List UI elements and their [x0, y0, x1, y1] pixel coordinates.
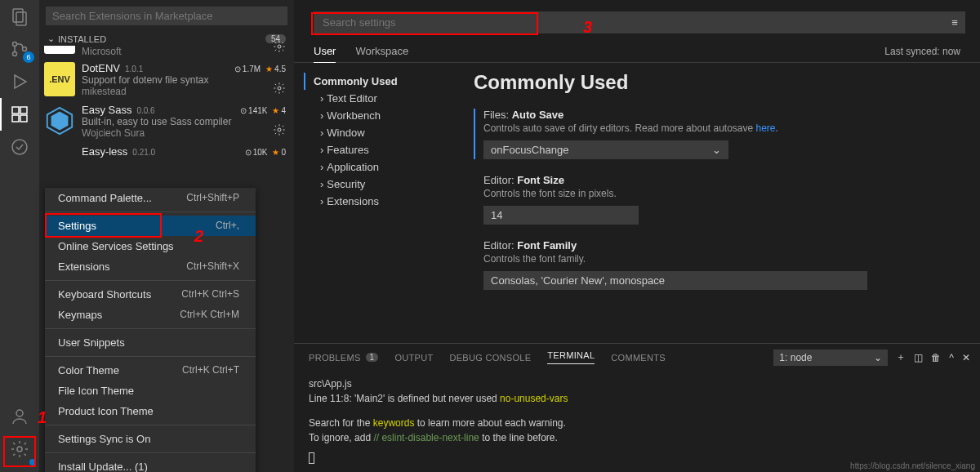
menu-item[interactable]: Keyboard ShortcutsCtrl+K Ctrl+S: [45, 284, 256, 305]
bottom-panel: PROBLEMS1 OUTPUT DEBUG CONSOLE TERMINAL …: [294, 343, 980, 472]
fontsize-input[interactable]: [483, 206, 639, 225]
settings-tree-item[interactable]: Security: [314, 176, 449, 193]
menu-item-shortcut: Ctrl+K Ctrl+T: [182, 364, 239, 376]
activity-bar: 6: [0, 0, 39, 472]
tab-workspace[interactable]: Workspace: [355, 40, 408, 62]
svg-marker-15: [51, 112, 69, 131]
menu-item-label: Settings Sync is On: [58, 433, 150, 445]
menu-item[interactable]: Install Update... (1): [45, 456, 256, 472]
gear-icon[interactable]: [273, 82, 286, 97]
tab-terminal[interactable]: TERMINAL: [547, 350, 595, 364]
scm-badge: 6: [23, 51, 34, 63]
svg-rect-1: [16, 12, 26, 25]
trash-icon[interactable]: 🗑: [931, 352, 941, 363]
svg-point-9: [12, 140, 27, 154]
chevron-up-icon[interactable]: ^: [949, 352, 954, 363]
autosave-select[interactable]: onFocusChange⌄: [483, 140, 728, 159]
gear-icon[interactable]: [273, 40, 286, 56]
settings-heading: Commonly Used: [474, 71, 956, 94]
extension-version: 0.0.6: [136, 106, 154, 115]
menu-item[interactable]: Command Palette...Ctrl+Shift+P: [45, 188, 256, 208]
menu-item-shortcut: Ctrl+,: [216, 220, 239, 232]
tab-problems[interactable]: PROBLEMS1: [309, 353, 378, 363]
settings-filter-icon[interactable]: ≡: [946, 13, 964, 31]
fontfamily-input[interactable]: [483, 271, 867, 290]
settings-tree-item[interactable]: Application: [314, 158, 449, 176]
settings-context-menu: Command Palette...Ctrl+Shift+PSettingsCt…: [45, 188, 256, 472]
term-line: To ignore, add // eslint-disable-next-li…: [309, 430, 965, 445]
extensions-icon[interactable]: [0, 98, 39, 131]
menu-item[interactable]: Online Services Settings: [45, 236, 256, 256]
settings-tree-item[interactable]: Text Editor: [314, 90, 449, 107]
projects-icon[interactable]: [0, 131, 39, 163]
menu-item[interactable]: Color ThemeCtrl+K Ctrl+T: [45, 360, 256, 381]
settings-search-input[interactable]: [314, 11, 965, 33]
extension-icon: [44, 104, 75, 138]
menu-item-shortcut: Ctrl+Shift+X: [186, 260, 239, 273]
menu-item-label: Color Theme: [58, 364, 119, 376]
menu-item-label: Extensions: [58, 260, 110, 273]
explorer-icon[interactable]: [0, 0, 39, 33]
installed-section-header[interactable]: ⌄ INSTALLED 54: [39, 32, 294, 46]
problems-count: 1: [366, 353, 379, 362]
extension-author: Wojciech Sura: [82, 127, 286, 139]
extension-version: 1.0.1: [125, 65, 143, 73]
menu-item-label: Product Icon Theme: [58, 405, 154, 417]
svg-rect-0: [13, 9, 23, 22]
settings-tree-item[interactable]: Workbench: [314, 107, 449, 124]
tab-output[interactable]: OUTPUT: [394, 353, 433, 363]
menu-item[interactable]: Product Icon Theme: [45, 401, 256, 421]
menu-item-label: Install Update... (1): [58, 461, 148, 472]
menu-item-label: Keyboard Shortcuts: [58, 288, 151, 301]
extension-version: 0.21.0: [132, 148, 155, 157]
svg-rect-8: [20, 107, 27, 114]
terminal-output[interactable]: src\App.js Line 11:8: 'Main2' is defined…: [294, 368, 980, 472]
source-control-icon[interactable]: 6: [0, 33, 39, 65]
sync-status: Last synced: now: [884, 46, 960, 57]
settings-gear-icon[interactable]: [0, 433, 39, 465]
extension-name: DotENV: [82, 62, 120, 74]
run-debug-icon[interactable]: [0, 65, 39, 98]
autosave-link[interactable]: here: [756, 122, 776, 134]
setting-label: Editor: Font Size: [483, 174, 956, 186]
chevron-down-icon: ⌄: [874, 352, 882, 363]
menu-item[interactable]: User Snippets: [45, 332, 256, 353]
extension-item[interactable]: .ENV DotENV 1.0.1 ⊙ 1.7M ★ 4.5 Support f…: [39, 59, 294, 100]
extension-item[interactable]: Microsoft: [39, 46, 294, 59]
terminal-select[interactable]: 1: node⌄: [773, 350, 888, 366]
tree-root[interactable]: Commonly Used: [304, 73, 449, 90]
account-icon[interactable]: [0, 400, 39, 433]
menu-item[interactable]: Settings Sync is On: [45, 429, 256, 449]
setting-label: Files: Auto Save: [483, 109, 956, 121]
settings-tree-item[interactable]: Extensions: [314, 193, 449, 210]
extension-icon: [44, 46, 75, 54]
setting-fontsize: Editor: Font Size Controls the font size…: [474, 174, 956, 225]
tab-debug-console[interactable]: DEBUG CONSOLE: [449, 353, 531, 363]
section-label: INSTALLED: [58, 34, 106, 44]
extension-item[interactable]: Easy Sass 0.0.6 ⊙ 141K ★ 4 Built-in, eas…: [39, 100, 294, 142]
extension-desc: Support for dotenv file syntax: [82, 74, 286, 86]
tab-user[interactable]: User: [314, 40, 336, 63]
menu-item[interactable]: SettingsCtrl+,: [45, 216, 256, 236]
gear-icon[interactable]: [273, 123, 286, 139]
extension-search-input[interactable]: [46, 7, 287, 25]
menu-item[interactable]: KeymapsCtrl+K Ctrl+M: [45, 305, 256, 325]
settings-search[interactable]: ≡: [314, 11, 965, 33]
close-icon[interactable]: ✕: [962, 352, 970, 363]
menu-item[interactable]: File Icon Theme: [45, 381, 256, 401]
settings-tree-item[interactable]: Window: [314, 124, 449, 141]
svg-rect-5: [12, 107, 19, 114]
tab-comments[interactable]: COMMENTS: [611, 353, 666, 363]
svg-point-3: [13, 52, 17, 56]
settings-tree-item[interactable]: Features: [314, 141, 449, 158]
watermark: https://blog.csdn.net/silence_xiang: [850, 461, 975, 470]
split-terminal-icon[interactable]: ◫: [914, 352, 923, 363]
chevron-down-icon: ⌄: [712, 144, 721, 156]
term-line: Search for the keywords to learn more ab…: [309, 416, 965, 430]
extension-name: Easy Sass: [82, 104, 131, 116]
svg-point-10: [16, 410, 23, 416]
extension-search[interactable]: [46, 7, 287, 25]
menu-item[interactable]: ExtensionsCtrl+Shift+X: [45, 256, 256, 277]
extension-item[interactable]: Easy-less 0.21.0 ⊙ 10K ★ 0: [39, 142, 294, 180]
new-terminal-icon[interactable]: ＋: [896, 350, 906, 364]
